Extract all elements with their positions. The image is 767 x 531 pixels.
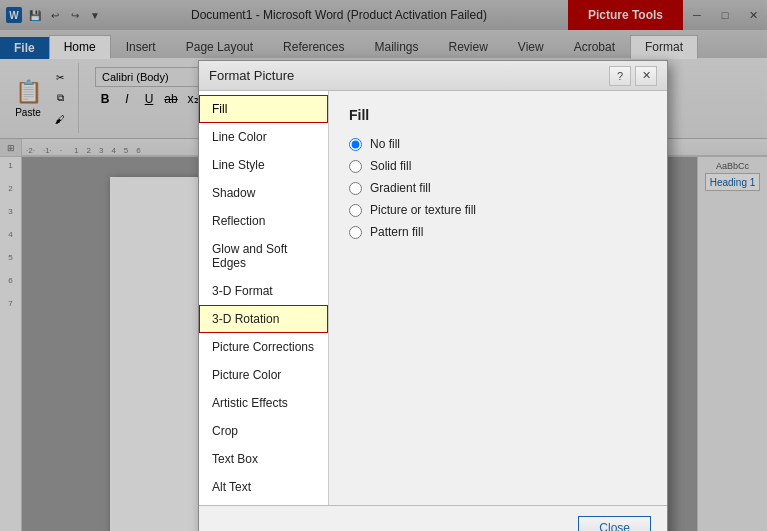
sidebar-item-glow-soft-edges[interactable]: Glow and Soft Edges — [199, 235, 328, 277]
modal-controls: ? ✕ — [609, 66, 657, 86]
close-button[interactable]: Close — [578, 516, 651, 531]
sidebar-item-line-color[interactable]: Line Color — [199, 123, 328, 151]
modal-body: Fill Line Color Line Style Shadow Reflec… — [199, 91, 667, 505]
sidebar-item-shadow[interactable]: Shadow — [199, 179, 328, 207]
radio-pattern-fill-input[interactable] — [349, 226, 362, 239]
radio-gradient-fill[interactable]: Gradient fill — [349, 181, 647, 195]
modal-close-btn[interactable]: ✕ — [635, 66, 657, 86]
modal-help-btn[interactable]: ? — [609, 66, 631, 86]
format-picture-dialog: Format Picture ? ✕ Fill Line Color Line … — [198, 60, 668, 531]
modal-sidebar: Fill Line Color Line Style Shadow Reflec… — [199, 91, 329, 505]
radio-picture-texture-fill-input[interactable] — [349, 204, 362, 217]
radio-solid-fill[interactable]: Solid fill — [349, 159, 647, 173]
modal-content: Fill No fill Solid fill Gradient fill — [329, 91, 667, 505]
sidebar-item-fill[interactable]: Fill — [199, 95, 328, 123]
sidebar-item-alt-text[interactable]: Alt Text — [199, 473, 328, 501]
radio-no-fill[interactable]: No fill — [349, 137, 647, 151]
sidebar-item-line-style[interactable]: Line Style — [199, 151, 328, 179]
radio-gradient-fill-input[interactable] — [349, 182, 362, 195]
sidebar-item-3d-rotation[interactable]: 3-D Rotation — [199, 305, 328, 333]
modal-overlay: Format Picture ? ✕ Fill Line Color Line … — [0, 0, 767, 531]
radio-solid-fill-input[interactable] — [349, 160, 362, 173]
sidebar-item-picture-color[interactable]: Picture Color — [199, 361, 328, 389]
sidebar-item-reflection[interactable]: Reflection — [199, 207, 328, 235]
modal-title: Format Picture — [209, 68, 609, 83]
sidebar-item-picture-corrections[interactable]: Picture Corrections — [199, 333, 328, 361]
radio-pattern-fill[interactable]: Pattern fill — [349, 225, 647, 239]
sidebar-item-3d-format[interactable]: 3-D Format — [199, 277, 328, 305]
sidebar-item-crop[interactable]: Crop — [199, 417, 328, 445]
sidebar-item-artistic-effects[interactable]: Artistic Effects — [199, 389, 328, 417]
fill-radio-group: No fill Solid fill Gradient fill Picture… — [349, 137, 647, 239]
radio-no-fill-input[interactable] — [349, 138, 362, 151]
modal-titlebar: Format Picture ? ✕ — [199, 61, 667, 91]
radio-picture-texture-fill[interactable]: Picture or texture fill — [349, 203, 647, 217]
modal-footer: Close — [199, 505, 667, 531]
sidebar-item-text-box[interactable]: Text Box — [199, 445, 328, 473]
content-title: Fill — [349, 107, 647, 123]
